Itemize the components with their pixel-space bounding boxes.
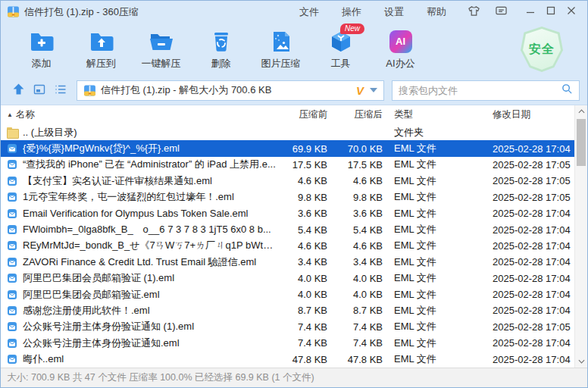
file-name: 感谢您注册使用此软件！.eml bbox=[23, 304, 150, 318]
menu-help[interactable]: 帮助 bbox=[415, 1, 458, 23]
archive-path-field[interactable]: 信件打包 (1).zip - 解包大小为 700.6 KB V bbox=[77, 80, 384, 101]
search-field[interactable] bbox=[392, 80, 580, 101]
table-row[interactable]: 公众账号注册主体身份验证通知 (1).eml 7.4 KB 7.4 KB EML… bbox=[1, 319, 574, 335]
file-modified-date: 2025-02-28 17:04 bbox=[481, 240, 574, 252]
file-modified-date: 2025-02-28 17:04 bbox=[481, 273, 574, 284]
up-arrow-icon bbox=[12, 83, 25, 98]
scroll-up-icon[interactable] bbox=[575, 105, 587, 117]
header-modified-date[interactable]: 修改日期 bbox=[481, 108, 574, 121]
file-modified-date: 2025-02-28 17:04 bbox=[481, 208, 574, 219]
file-type: EML 文件 bbox=[383, 207, 481, 221]
tool-label: 一键解压 bbox=[142, 57, 181, 70]
table-row[interactable]: .. (上级目录) 文件夹 bbox=[1, 124, 574, 140]
file-modified-date: 2025-02-28 17:04 bbox=[481, 305, 574, 316]
vertical-scrollbar[interactable] bbox=[574, 105, 587, 368]
scrollbar-thumb[interactable] bbox=[577, 119, 586, 166]
file-name: 公众账号注册主体身份验证通知.eml bbox=[23, 336, 180, 350]
file-type: EML 文件 bbox=[383, 255, 481, 269]
table-row[interactable]: 公众账号注册主体身份验证通知.eml 7.4 KB 7.4 KB EML 文件 … bbox=[1, 335, 574, 351]
tool-label: AI办公 bbox=[386, 57, 414, 70]
new-badge: New bbox=[340, 23, 364, 34]
file-size-after: 4.6 KB bbox=[327, 175, 383, 186]
chevron-down-icon[interactable] bbox=[370, 88, 377, 92]
close-button[interactable] bbox=[561, 1, 581, 23]
list-view-button[interactable] bbox=[51, 80, 70, 100]
table-row[interactable]: ZAVORi Finance & Credit Ltd. Trust Email… bbox=[1, 254, 574, 270]
search-input[interactable] bbox=[399, 85, 561, 96]
scrollbar-track[interactable] bbox=[575, 117, 587, 355]
menu-settings[interactable]: 设置 bbox=[373, 1, 415, 23]
scroll-down-icon[interactable] bbox=[575, 355, 587, 368]
header-type[interactable]: 类型 bbox=[383, 108, 481, 121]
one-click-extract-icon bbox=[148, 29, 175, 55]
file-size-after: 7.4 KB bbox=[327, 321, 383, 333]
minimize-button[interactable] bbox=[520, 1, 540, 23]
file-size-after: 70.0 KB bbox=[327, 143, 383, 155]
one-click-extract-button[interactable]: 一键解压 bbox=[131, 29, 191, 70]
file-type: EML 文件 bbox=[383, 304, 481, 318]
ai-office-button[interactable]: AI AI办公 bbox=[371, 29, 430, 70]
maximize-button[interactable] bbox=[540, 1, 561, 23]
sort-ascending-icon: ▲ bbox=[7, 111, 13, 118]
table-row[interactable]: 晦仆..eml 47.8 KB 47.8 KB EML 文件 2025-02-2… bbox=[1, 351, 574, 367]
preview-pane-button[interactable] bbox=[30, 80, 49, 100]
minimize-icon bbox=[526, 6, 535, 17]
add-button[interactable]: 添加 bbox=[11, 29, 71, 70]
file-type: EML 文件 bbox=[383, 320, 481, 333]
file-modified-date: 2025-02-28 17:04 bbox=[481, 337, 574, 349]
header-size-after[interactable]: 压缩后 bbox=[327, 108, 383, 121]
menu-operation[interactable]: 操作 bbox=[330, 1, 373, 23]
file-size-before: 3.6 KB bbox=[278, 208, 327, 219]
table-row[interactable]: {爱}%{票}MPgWnkv{贷}^_%{开}.eml 69.9 KB 70.0… bbox=[1, 140, 574, 156]
menu-file[interactable]: 文件 bbox=[288, 1, 330, 23]
feedback-icon bbox=[495, 5, 508, 19]
folder-icon bbox=[7, 127, 18, 138]
header-size-before[interactable]: 压缩前 bbox=[278, 108, 327, 121]
search-icon[interactable] bbox=[561, 83, 573, 97]
table-row[interactable]: Email Verification for Olympus Labs Toke… bbox=[1, 205, 574, 221]
eml-file-icon bbox=[7, 305, 18, 316]
shirt-skin-icon bbox=[468, 5, 480, 19]
eml-file-icon bbox=[7, 224, 18, 235]
table-row[interactable]: REyMrMtJd=_bondk_B_せ《7ㄢWㄎ7+ㄌ厂ㄐq1P bWtㄅ..… bbox=[1, 238, 574, 254]
file-modified-date: 2025-02-28 17:04 bbox=[481, 143, 574, 155]
file-modified-date: 2025-02-28 17:04 bbox=[481, 289, 574, 300]
table-row[interactable]: 阿里巴巴集团会员邮箱验证 (1).eml 4.0 KB 4.0 KB EML 文… bbox=[1, 271, 574, 286]
file-size-after: 8.7 KB bbox=[327, 305, 383, 316]
window-controls bbox=[520, 1, 581, 23]
tool-label: 工具 bbox=[331, 57, 351, 70]
table-row[interactable]: “查找我的 iPhone” 已在 “Administrator” 的 iPad … bbox=[1, 157, 574, 173]
safe-shield-badge[interactable]: 安全 bbox=[521, 27, 563, 72]
file-type: EML 文件 bbox=[383, 352, 481, 366]
eml-file-icon bbox=[7, 354, 18, 365]
vip-v-icon[interactable]: V bbox=[356, 84, 364, 97]
table-row[interactable]: 【支付宝】实名认证-证件审核结果通知.eml 4.6 KB 4.6 KB EML… bbox=[1, 173, 574, 189]
header-name[interactable]: ▲ 名称 bbox=[7, 108, 278, 121]
file-size-before: 4.0 KB bbox=[278, 289, 327, 300]
table-row[interactable]: FWloimbh=_0lga8bfk_B_ o__6 7 3 7 8 3 1jT… bbox=[1, 221, 574, 237]
file-name: .. (上级目录) bbox=[23, 126, 77, 139]
delete-button[interactable]: 删除 bbox=[191, 29, 251, 70]
file-name: 【支付宝】实名认证-证件审核结果通知.eml bbox=[23, 174, 212, 188]
file-name: 公众账号注册主体身份验证通知 (1).eml bbox=[23, 320, 194, 333]
table-row[interactable]: 阿里巴巴集团会员邮箱验证.eml 4.0 KB 4.0 KB EML 文件 20… bbox=[1, 286, 574, 302]
file-size-after: 3.6 KB bbox=[327, 208, 383, 219]
eml-file-icon bbox=[7, 192, 18, 202]
safe-label: 安全 bbox=[529, 42, 555, 58]
up-level-button[interactable] bbox=[8, 80, 28, 100]
tools-button[interactable]: New 工具 bbox=[311, 29, 371, 70]
file-modified-date: 2025-02-28 17:05 bbox=[481, 159, 574, 171]
file-modified-date: 2025-02-28 17:04 bbox=[481, 354, 574, 365]
file-type: EML 文件 bbox=[383, 174, 481, 188]
table-row[interactable]: 感谢您注册使用此软件！.eml 8.7 KB 8.7 KB EML 文件 202… bbox=[1, 302, 574, 318]
image-compress-button[interactable]: 图片压缩 bbox=[251, 29, 311, 70]
table-row[interactable]: 1元夺宝年终奖，屯一波猛烈的红包过壕年！.eml 9.8 KB 9.8 KB E… bbox=[1, 189, 574, 205]
skin-theme-button[interactable] bbox=[462, 1, 485, 23]
toolbar: 添加 解压到 一键解压 删除 图片压缩 New bbox=[1, 23, 587, 76]
extract-to-button[interactable]: 解压到 bbox=[71, 29, 131, 70]
zip-file-icon bbox=[83, 84, 96, 97]
file-list-area: ▲ 名称 压缩前 压缩后 类型 修改日期 .. (上级目录) 文件夹 {爱}%{… bbox=[1, 105, 587, 368]
app-window: 信件打包 (1).zip - 360压缩 文件 操作 设置 帮助 bbox=[0, 0, 588, 388]
file-size-before: 4.6 KB bbox=[278, 175, 327, 186]
feedback-button[interactable] bbox=[489, 1, 512, 23]
